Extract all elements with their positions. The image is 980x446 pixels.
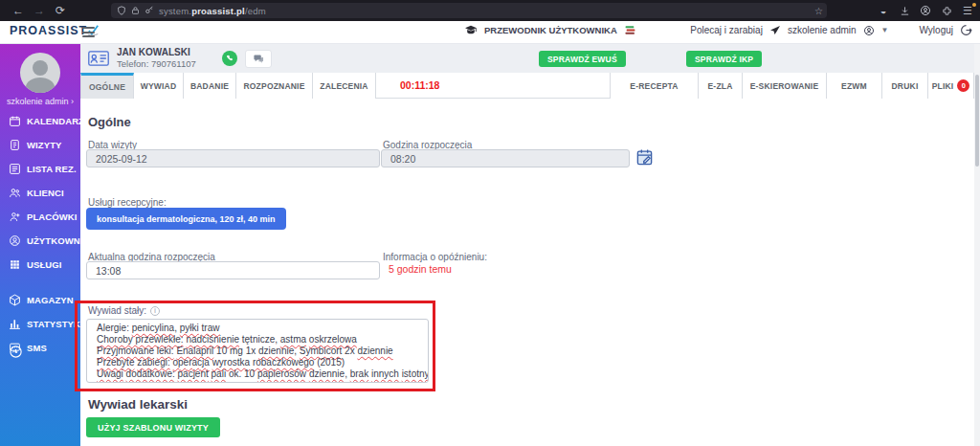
scrollbar-track[interactable] [974,44,980,446]
chevron-down-icon[interactable]: ▼ [881,26,889,34]
sidebar-menu: KALENDARZWIZYTYLISTA REZ.KLIENCIPLACÓWKI… [0,109,80,360]
tab-label: OGÓLNE [89,82,125,92]
wywiad-line: Alergie: penicylina, pyłki traw [97,323,418,334]
history-icon[interactable] [9,345,23,359]
list-icon [9,163,21,175]
timer-cell: 00:11:18 [376,73,611,98]
sidebar-item-uzytkownicy[interactable]: UŻYTKOWNICY [0,229,80,253]
back-icon[interactable]: ← [8,4,29,17]
reception-services-label: Usługi recepcyjne: [88,197,167,208]
visit-timer: 00:11:18 [400,79,439,91]
tab-wywiad[interactable]: WYWIAD [134,73,184,99]
patient-phone: Telefon: 790761107 [117,58,196,69]
whatsapp-icon[interactable] [222,51,237,66]
menu-icon[interactable]: ☰ [961,4,974,17]
stats-icon [9,318,21,330]
sidebar-item-magazyn[interactable]: MAGAZYN [0,288,80,312]
tab-label: E-RECEPTA [630,81,678,91]
bookmark-star-icon[interactable]: ☆ [814,6,823,16]
tab-druki[interactable]: DRUKI [882,73,928,99]
tab-zalecenia[interactable]: ZALECENIA [313,73,376,99]
sidebar-item-placowki[interactable]: PLACÓWKI [0,205,80,229]
sidebar: szkolenie admin › KALENDARZWIZYTYLISTA R… [0,44,80,446]
avatar[interactable] [20,53,60,93]
services-icon [9,258,21,271]
scrollbar-thumb[interactable] [975,75,979,167]
pocket-icon[interactable]: ◒ [877,4,890,17]
sidebar-item-uslugi[interactable]: USŁUGI [0,253,80,277]
info-icon[interactable]: i [150,306,160,316]
account-icon[interactable] [919,4,932,17]
warehouse-icon [9,294,21,306]
tab-rozpoznanie[interactable]: ROZPOZNANIE [236,73,313,99]
sidebar-item-label: KALENDARZ [27,116,84,126]
sidebar-item-statystyki[interactable]: STATYSTYKI [0,312,80,336]
sidebar-item-label: USŁUGI [27,259,62,270]
sidebar-item-label: MAGAZYN [27,295,74,305]
refer-link[interactable]: Polecaj i zarabiaj [690,25,763,35]
visit-date-input [86,149,380,167]
account-menu[interactable]: szkolenie admin [788,25,857,35]
extensions-icon[interactable] [940,4,953,17]
sidebar-item-kalendarz[interactable]: KALENDARZ [0,109,80,133]
user-guide-link[interactable]: PRZEWODNIK UŻYTKOWNIKA [463,24,637,36]
visits-icon [9,139,21,151]
logout-link[interactable]: Wyloguj [920,25,953,35]
check-ewus-button[interactable]: SPRAWDŹ EWUŚ [539,51,626,67]
sidebar-item-klienci[interactable]: KLIENCI [0,181,80,205]
wywiad-line: Choroby przewlekłe: nadciśnienie tętnicz… [97,334,418,346]
tab-label: DRUKI [892,81,919,91]
tab-ezwm[interactable]: EZWM [827,73,882,99]
forward-icon[interactable]: → [29,4,50,17]
visit-tabbar: OGÓLNEWYWIADBADANIEROZPOZNANIEZALECENIA … [80,73,974,99]
permanent-interview-label: Wywiad stały: i [88,305,160,316]
tab-ogolne[interactable]: OGÓLNE [80,73,134,99]
referral-plane-icon [769,25,781,36]
tab-label: E-SKIEROWANIE [750,81,819,91]
actual-start-input[interactable] [86,261,380,279]
chat-button[interactable] [245,50,272,68]
sidebar-item-wizyty[interactable]: WIZYTY [0,133,80,157]
tab-e-skierowanie[interactable]: E-SKIEROWANIE [743,73,827,99]
tab-pliki[interactable]: PLIKI0 [928,73,974,99]
tab-label: PLIKI [932,81,954,91]
books-icon [623,24,637,36]
tab-e-zla[interactable]: E-ZLA [699,73,743,99]
sidebar-item-label: SMS [27,343,47,353]
tab-e-recepta[interactable]: E-RECEPTA [611,73,699,99]
wywiad-line: Przyjmowane leki: Enalapril 10 mg 1x dzi… [97,346,418,357]
reload-icon[interactable]: ⟳ [50,4,71,17]
calendar-edit-icon[interactable] [635,148,654,167]
tab-label: ROZPOZNANIE [243,81,304,91]
hamburger-icon[interactable] [82,27,95,37]
delay-info-label: Informacja o opóźnieniu: [383,252,487,262]
tab-label: EZWM [841,81,867,91]
sidebar-item-lista-rez[interactable]: LISTA REZ. [0,157,80,181]
key-icon [145,6,154,15]
download-icon[interactable] [898,4,911,17]
url-bar[interactable]: system.proassist.pl/edm ☆ [111,3,827,18]
tab-label: WYWIAD [141,81,177,91]
wywiad-staly-text[interactable]: Alergie: penicylina, pyłki trawChoroby p… [86,319,429,383]
visit-content: Ogólne Data wizyty Godzina rozpoczęcia U… [80,99,974,446]
service-pill[interactable]: konsultacja dermatologiczna, 120 zł, 40 … [86,208,286,230]
sidebar-item-label: LISTA REZ. [27,164,77,174]
clients-icon [9,187,21,199]
id-card-icon [88,51,109,66]
facility-icon [9,211,21,223]
sidebar-user-label[interactable]: szkolenie admin › [0,97,80,106]
section-title: Ogólne [88,115,131,129]
users-icon [9,234,21,247]
tab-badanie[interactable]: BADANIE [184,73,236,99]
tab-label: ZALECENIA [320,81,368,91]
user-badge-icon [863,25,875,36]
browser-toolbar: ← → ⟳ system.proassist.pl/edm ☆ ◒ ☰ [0,0,980,21]
wywiad-line: Uwagi dodatkowe: pacjent pali ok. 10 pap… [97,368,418,380]
graduation-cap-icon [463,24,479,36]
sidebar-item-label: WIZYTY [27,140,62,150]
use-visit-template-button[interactable]: UŻYJ SZABLONU WIZYTY [86,417,220,437]
app-window: ← → ⟳ system.proassist.pl/edm ☆ ◒ ☰ PROA… [0,0,980,446]
check-ikp-button[interactable]: SPRAWDŹ IKP [686,51,762,67]
shield-icon [117,6,126,15]
delay-info-value: 5 godzin temu [389,263,452,275]
